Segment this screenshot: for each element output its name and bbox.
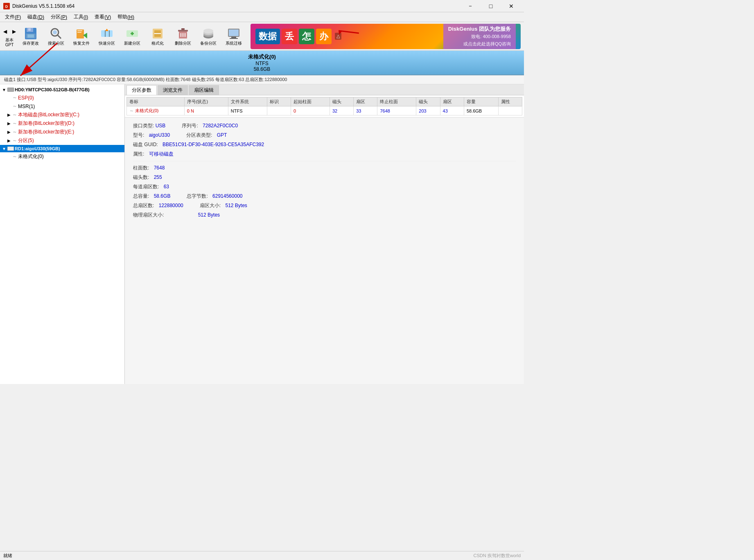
col-attr: 属性: [498, 97, 522, 106]
tree-item-esp[interactable]: ～ ESP(0): [0, 93, 124, 102]
quick-partition-button[interactable]: 快速分区: [95, 24, 119, 49]
hd0-label: HD0:YMTCPC300-512GB-B(477GB): [15, 87, 90, 92]
migrate-system-label: 系统迁移: [226, 41, 242, 46]
interface-value: USB: [156, 123, 166, 129]
backup-partition-label: 备份分区: [200, 41, 217, 46]
disk-icon-rd1: [7, 146, 14, 151]
close-button[interactable]: ✕: [502, 0, 521, 12]
migrate-system-button[interactable]: 系统迁移: [222, 24, 246, 49]
col-start-head: 磁头: [330, 97, 353, 106]
recover-files-button[interactable]: 恢复文件: [70, 24, 93, 49]
ad-icons: 数据 丢 怎 办 △: [255, 29, 341, 44]
phys-sec-value: 512 Bytes: [198, 212, 220, 218]
svg-point-9: [53, 30, 57, 34]
minimize-button[interactable]: －: [461, 0, 480, 12]
delete-partition-button[interactable]: 删除分区: [171, 24, 195, 49]
partition-marker-e: ～: [12, 129, 17, 135]
svg-rect-42: [8, 88, 14, 91]
tree-item-rd1[interactable]: ▼ RD1:aigoU330(59GB): [0, 145, 124, 152]
titlebar: D DiskGenius V5.5.1.1508 x64 － □ ✕: [0, 0, 524, 12]
tree-item-part5[interactable]: ▶ ～ 分区(5): [0, 136, 124, 145]
search-partition-button[interactable]: 搜索分区: [44, 24, 68, 49]
disk-icon: [7, 87, 14, 93]
new-partition-button[interactable]: 新建分区: [120, 24, 144, 49]
expand-icon-rd1: ▼: [2, 146, 7, 151]
menu-view[interactable]: 查看(V): [91, 12, 114, 22]
detail-separator: [133, 161, 516, 165]
svg-rect-35: [231, 37, 236, 38]
guid-value: BBE51C91-DF30-403E-9263-CE5A35AFC392: [163, 142, 264, 147]
nav-forward-button[interactable]: ▶: [10, 25, 18, 38]
cell-end-head: 203: [416, 106, 440, 115]
head-value: 255: [154, 174, 162, 180]
format-label: 格式化: [151, 41, 164, 46]
svg-rect-24: [178, 30, 188, 32]
table-row[interactable]: ～ 未格式化(0) 0 N NTFS 0 32 33 7648 203 43: [127, 106, 522, 115]
cell-end-cyl: 7648: [377, 106, 416, 115]
col-id: 标识: [267, 97, 291, 106]
tree-item-hd0[interactable]: ▼ HD0:YMTCPC300-512GB-B(477GB): [0, 86, 124, 93]
unformatted-label: 未格式化(0): [18, 153, 44, 160]
cell-start-head: 32: [330, 106, 353, 115]
delete-partition-label: 删除分区: [175, 41, 191, 46]
svg-point-32: [203, 29, 213, 34]
quick-partition-icon: [100, 27, 113, 40]
main-area: ▼ HD0:YMTCPC300-512GB-B(477GB) ～ ESP(0) …: [0, 84, 524, 384]
svg-rect-12: [77, 32, 81, 33]
phys-sec-label: 物理扇区大小:: [133, 212, 164, 218]
menu-help[interactable]: 帮助(H): [114, 12, 138, 22]
attr-label: 属性:: [133, 151, 144, 157]
new-partition-label: 新建分区: [124, 41, 140, 46]
newvol-d-label: 新加卷(BitLocker加密)(D:): [18, 120, 74, 127]
tree-item-msr[interactable]: ～ MSR(1): [0, 102, 124, 111]
ad-contact: DiskGenius 团队为您服务 致电: 400-008-9958 或点击此处…: [443, 24, 516, 49]
menu-file[interactable]: 文件(F): [2, 12, 24, 22]
col-end-cyl: 终止柱面: [377, 97, 416, 106]
detail-row-sector: 每道扇区数: 63: [133, 183, 516, 190]
titlebar-title: DiskGenius V5.5.1.1508 x64: [12, 3, 74, 9]
left-panel: ▼ HD0:YMTCPC300-512GB-B(477GB) ～ ESP(0) …: [0, 84, 125, 384]
tab-partition-params[interactable]: 分区参数: [126, 85, 157, 95]
svg-rect-4: [28, 28, 31, 31]
part-type-value: GPT: [217, 132, 227, 138]
expand-icon-d: ▶: [7, 121, 11, 126]
tab-browse-files[interactable]: 浏览文件: [158, 85, 188, 95]
cell-capacity: 58.6GB: [464, 106, 498, 115]
tree-item-newvol-e[interactable]: ▶ ～ 新加卷(BitLocker加密)(E:): [0, 128, 124, 136]
maximize-button[interactable]: □: [481, 0, 500, 12]
right-panel: 分区参数 浏览文件 扇区编辑 卷标 序号(状态) 文件系统 标识 起始柱面 磁头: [125, 84, 524, 384]
ad-banner[interactable]: 数据 丢 怎 办 △ DiskGenius 团队为您服务 致电: 400-008…: [251, 24, 521, 49]
total-sec-label: 总扇区数:: [133, 203, 154, 208]
cell-fs: NTFS: [228, 106, 267, 115]
local-c-label: 本地磁盘(BitLocker加密)(C:): [18, 111, 79, 118]
expand-icon-esp: [7, 95, 11, 100]
total-cap-label: 总容量:: [133, 193, 149, 199]
expand-icon-e: ▶: [7, 130, 11, 135]
sector-label: 每道扇区数:: [133, 184, 159, 190]
menu-disk[interactable]: 磁盘(D): [24, 12, 47, 22]
col-end-head: 磁头: [416, 97, 440, 106]
format-button[interactable]: 格式化: [146, 24, 169, 49]
partition-marker-unf: ～: [12, 153, 17, 160]
save-icon: [24, 27, 37, 40]
menu-partition[interactable]: 分区(P): [47, 12, 70, 22]
tab-sector-edit[interactable]: 扇区编辑: [189, 85, 219, 95]
tree-item-local-c[interactable]: ▶ ～ 本地磁盘(BitLocker加密)(C:): [0, 111, 124, 119]
partition-tabs: 分区参数 浏览文件 扇区编辑: [125, 84, 524, 95]
tree-item-newvol-d[interactable]: ▶ ～ 新加卷(BitLocker加密)(D:): [0, 119, 124, 128]
disk-bar[interactable]: 未格式化(0) NTFS 58.6GB: [0, 51, 524, 75]
gpt-label: 基本GPT: [5, 38, 14, 47]
save-changes-label: 保存更改: [23, 41, 39, 46]
attr-value: 可移动磁盘: [149, 151, 174, 157]
cell-attr: [498, 106, 522, 115]
partition-marker-msr: ～: [12, 103, 17, 110]
tree-item-unformatted[interactable]: ～ 未格式化(0): [0, 152, 124, 161]
nav-back-button[interactable]: ◀: [1, 25, 9, 38]
save-changes-button[interactable]: 保存更改: [19, 24, 43, 49]
model-value: aigoU330: [149, 132, 170, 138]
cell-start-sec: 33: [354, 106, 377, 115]
head-label: 磁头数:: [133, 174, 149, 180]
backup-partition-button[interactable]: 备份分区: [196, 24, 220, 49]
titlebar-controls: － □ ✕: [461, 0, 521, 12]
menu-tools[interactable]: 工具(I): [70, 12, 91, 22]
